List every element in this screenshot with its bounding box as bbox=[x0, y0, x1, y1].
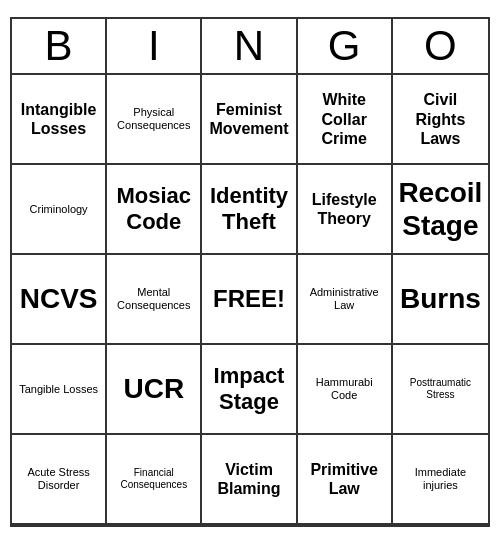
bingo-cell: Recoil Stage bbox=[393, 165, 488, 255]
bingo-cell: Mental Consequences bbox=[107, 255, 202, 345]
bingo-cell: White Collar Crime bbox=[298, 75, 393, 165]
bingo-cell: Physical Consequences bbox=[107, 75, 202, 165]
cell-text: Posttraumatic Stress bbox=[397, 377, 484, 401]
bingo-cell: Administrative Law bbox=[298, 255, 393, 345]
bingo-letter: N bbox=[202, 19, 297, 73]
cell-text: FREE! bbox=[213, 285, 285, 314]
cell-text: Primitive Law bbox=[302, 460, 387, 498]
cell-text: Impact Stage bbox=[206, 363, 291, 416]
bingo-cell: Criminology bbox=[12, 165, 107, 255]
bingo-cell: Acute Stress Disorder bbox=[12, 435, 107, 525]
cell-text: Civil Rights Laws bbox=[397, 90, 484, 148]
bingo-card: BINGO Intangible LossesPhysical Conseque… bbox=[10, 17, 490, 527]
cell-text: Criminology bbox=[30, 203, 88, 216]
bingo-cell: Mosiac Code bbox=[107, 165, 202, 255]
cell-text: Acute Stress Disorder bbox=[16, 466, 101, 492]
bingo-letter: G bbox=[298, 19, 393, 73]
bingo-cell: Posttraumatic Stress bbox=[393, 345, 488, 435]
cell-text: Victim Blaming bbox=[206, 460, 291, 498]
bingo-cell: Hammurabi Code bbox=[298, 345, 393, 435]
bingo-cell: Primitive Law bbox=[298, 435, 393, 525]
cell-text: Burns bbox=[400, 282, 481, 316]
bingo-cell: NCVS bbox=[12, 255, 107, 345]
bingo-cell: Victim Blaming bbox=[202, 435, 297, 525]
bingo-cell: Identity Theft bbox=[202, 165, 297, 255]
bingo-cell: Intangible Losses bbox=[12, 75, 107, 165]
bingo-letter: I bbox=[107, 19, 202, 73]
bingo-letter: B bbox=[12, 19, 107, 73]
cell-text: Recoil Stage bbox=[397, 176, 484, 243]
bingo-cell: Immediate injuries bbox=[393, 435, 488, 525]
cell-text: Immediate injuries bbox=[397, 466, 484, 492]
bingo-cell: Financial Consequences bbox=[107, 435, 202, 525]
cell-text: Intangible Losses bbox=[16, 100, 101, 138]
cell-text: White Collar Crime bbox=[302, 90, 387, 148]
bingo-grid: Intangible LossesPhysical ConsequencesFe… bbox=[12, 75, 488, 525]
cell-text: Mosiac Code bbox=[111, 183, 196, 236]
cell-text: Mental Consequences bbox=[111, 286, 196, 312]
bingo-cell: Burns bbox=[393, 255, 488, 345]
cell-text: Physical Consequences bbox=[111, 106, 196, 132]
bingo-cell: Impact Stage bbox=[202, 345, 297, 435]
bingo-cell: FREE! bbox=[202, 255, 297, 345]
cell-text: Hammurabi Code bbox=[302, 376, 387, 402]
cell-text: NCVS bbox=[20, 282, 98, 316]
cell-text: Lifestyle Theory bbox=[302, 190, 387, 228]
bingo-cell: Lifestyle Theory bbox=[298, 165, 393, 255]
bingo-cell: Tangible Losses bbox=[12, 345, 107, 435]
bingo-letter: O bbox=[393, 19, 488, 73]
bingo-header: BINGO bbox=[12, 19, 488, 75]
cell-text: Financial Consequences bbox=[111, 467, 196, 491]
cell-text: Feminist Movement bbox=[206, 100, 291, 138]
cell-text: UCR bbox=[123, 372, 184, 406]
cell-text: Identity Theft bbox=[206, 183, 291, 236]
cell-text: Administrative Law bbox=[302, 286, 387, 312]
bingo-cell: UCR bbox=[107, 345, 202, 435]
cell-text: Tangible Losses bbox=[19, 383, 98, 396]
bingo-cell: Civil Rights Laws bbox=[393, 75, 488, 165]
bingo-cell: Feminist Movement bbox=[202, 75, 297, 165]
